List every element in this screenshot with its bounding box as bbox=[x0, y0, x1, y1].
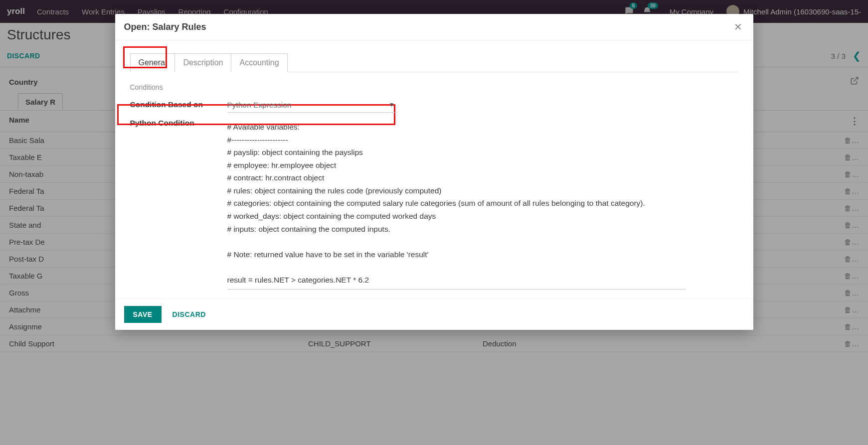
modal-body: General Description Accounting Condition… bbox=[115, 40, 753, 298]
conditions-section-label: Conditions bbox=[130, 83, 738, 91]
condition-based-on-label: Condition Based on bbox=[130, 98, 227, 109]
python-condition-result: result = rules.NET > categories.NET * 6.… bbox=[227, 276, 369, 284]
close-icon[interactable]: ✕ bbox=[732, 21, 744, 33]
discard-button[interactable]: DISCARD bbox=[173, 310, 206, 318]
salary-rule-modal: Open: Salary Rules ✕ General Description… bbox=[115, 14, 753, 330]
tab-description[interactable]: Description bbox=[175, 53, 231, 72]
modal-backdrop: Open: Salary Rules ✕ General Description… bbox=[0, 0, 868, 352]
tab-general[interactable]: General bbox=[130, 53, 175, 72]
condition-based-on-value: Python Expression bbox=[227, 101, 292, 109]
modal-title: Open: Salary Rules bbox=[124, 22, 206, 32]
condition-based-on-select[interactable]: Python Expression ▼ bbox=[227, 98, 397, 113]
save-button[interactable]: SAVE bbox=[124, 306, 162, 323]
modal-footer: SAVE DISCARD bbox=[115, 298, 753, 330]
chevron-down-icon: ▼ bbox=[389, 101, 395, 108]
python-condition-label: Python Condition bbox=[130, 117, 227, 128]
tab-accounting[interactable]: Accounting bbox=[231, 53, 287, 72]
modal-tab-bar: General Description Accounting bbox=[130, 53, 738, 72]
python-condition-textarea[interactable]: # Available variables: #----------------… bbox=[227, 117, 686, 290]
